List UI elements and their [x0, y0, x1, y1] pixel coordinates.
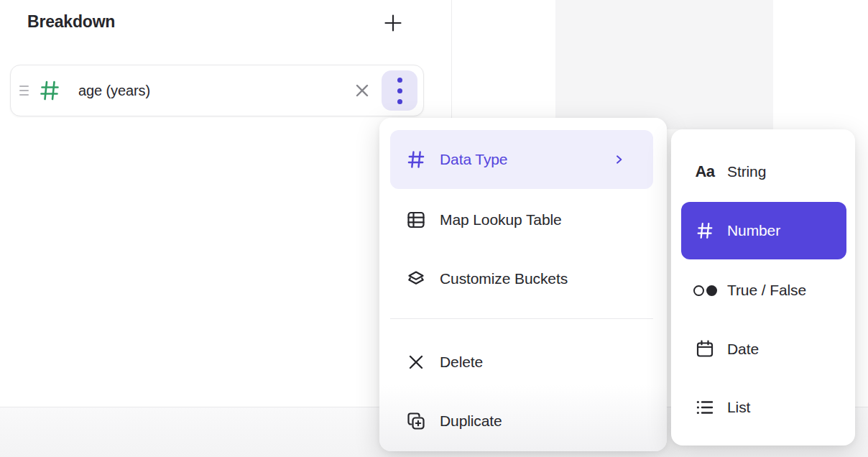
menu-item-label: Map Lookup Table [440, 211, 562, 228]
menu-item-map-lookup-table[interactable]: Map Lookup Table [379, 190, 667, 249]
add-breakdown-button[interactable] [380, 10, 406, 36]
menu-divider [390, 318, 653, 319]
menu-item-label: Delete [440, 354, 483, 371]
submenu-item-label: List [727, 399, 750, 416]
submenu-item-label: True / False [727, 282, 806, 299]
hash-icon [691, 221, 719, 241]
menu-item-label: Duplicate [440, 412, 502, 430]
chevron-right-icon [613, 154, 624, 165]
layers-icon [405, 269, 427, 289]
submenu-item-label: Date [727, 341, 759, 358]
aa-icon: Aa [691, 162, 719, 181]
breakdown-field-row[interactable]: age (years) [10, 65, 424, 116]
close-icon [353, 81, 371, 100]
chart-placeholder-panel [555, 0, 773, 129]
copy-plus-icon [405, 411, 427, 431]
breakdown-title: Breakdown [27, 12, 115, 32]
field-name-label: age (years) [78, 83, 150, 99]
field-context-menu: Data Type Map Lookup Table Customize Buc… [379, 118, 667, 451]
table-icon [405, 210, 427, 230]
submenu-item-label: Number [727, 222, 780, 239]
drag-handle-icon[interactable] [19, 86, 32, 96]
menu-item-duplicate[interactable]: Duplicate [379, 392, 667, 451]
x-icon [405, 353, 427, 371]
submenu-item-label: String [727, 163, 766, 180]
submenu-item-number[interactable]: Number [671, 202, 846, 259]
menu-item-label: Customize Buckets [440, 270, 568, 287]
kebab-menu-icon [397, 78, 402, 104]
hash-icon [405, 149, 427, 170]
submenu-item-list[interactable]: List [671, 378, 855, 437]
list-icon [691, 397, 719, 417]
hash-icon [38, 78, 61, 103]
calendar-icon [691, 339, 719, 359]
submenu-item-date[interactable]: Date [671, 320, 855, 379]
field-menu-button[interactable] [382, 70, 417, 111]
menu-item-delete[interactable]: Delete [379, 333, 667, 392]
submenu-item-string[interactable]: Aa String [671, 142, 855, 201]
menu-item-data-type[interactable]: Data Type [390, 130, 653, 189]
plus-icon [383, 13, 403, 33]
data-type-submenu: Aa String Number True / False Date [671, 129, 855, 446]
remove-field-button[interactable] [348, 77, 376, 104]
menu-item-customize-buckets[interactable]: Customize Buckets [379, 249, 667, 308]
boolean-icon [691, 285, 719, 296]
submenu-item-true-false[interactable]: True / False [671, 261, 855, 320]
menu-item-label: Data Type [440, 151, 507, 168]
